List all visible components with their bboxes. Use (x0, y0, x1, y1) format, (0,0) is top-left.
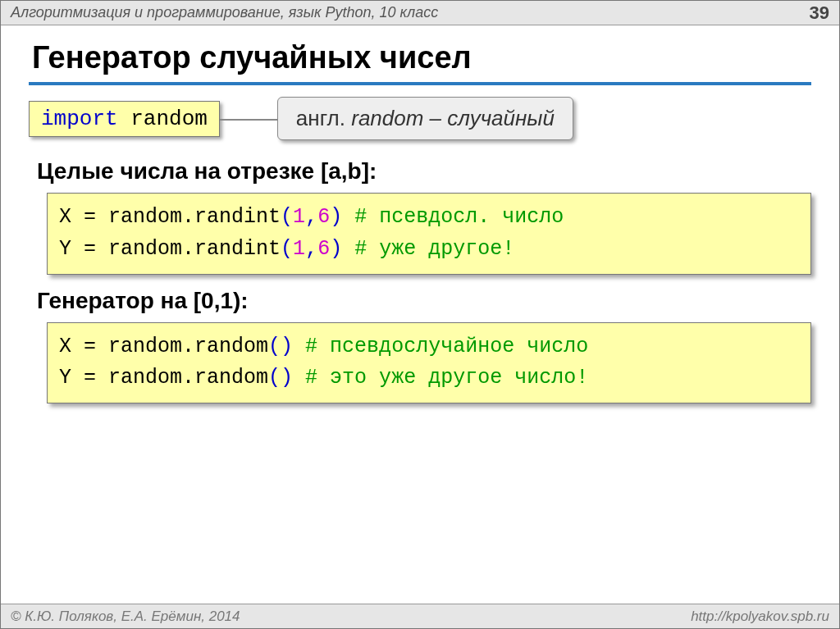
token (342, 237, 354, 261)
import-row: import random англ. random – случайный (29, 97, 811, 140)
token: 1 (293, 205, 305, 229)
footer: © К.Ю. Поляков, Е.А. Ерёмин, 2014 http:/… (1, 604, 839, 628)
token: ( (281, 237, 293, 261)
token: , (305, 205, 317, 229)
footer-left: © К.Ю. Поляков, Е.А. Ерёмин, 2014 (11, 608, 240, 625)
token: Y (59, 366, 71, 390)
token: ) (330, 205, 342, 229)
token: . (182, 237, 194, 261)
token: randint (194, 205, 281, 229)
token: = (71, 366, 108, 390)
callout-random: англ. random – случайный (277, 97, 573, 140)
token: random (108, 335, 182, 358)
token: randint (194, 237, 281, 261)
token: . (182, 366, 194, 390)
connector (220, 101, 277, 137)
token: () (268, 366, 293, 390)
token: = (71, 237, 108, 261)
token: random (108, 366, 182, 390)
token: random (194, 335, 268, 358)
module-name: random (130, 107, 208, 131)
token: 1 (293, 237, 305, 261)
token (293, 335, 305, 358)
token (293, 366, 305, 390)
comment: # уже другое! (354, 237, 514, 261)
comment: # псевдосл. число (354, 205, 564, 229)
code1-line2: Y = random.randint(1,6) # уже другое! (59, 234, 799, 266)
token: ( (281, 205, 293, 229)
token: Y (59, 237, 71, 261)
page-number: 39 (810, 2, 829, 24)
callout-prefix: англ. (296, 106, 351, 130)
callout-suffix: – случайный (423, 106, 555, 130)
token: ) (330, 237, 342, 261)
token: , (305, 237, 317, 261)
token: X (59, 205, 71, 229)
token: = (71, 205, 108, 229)
section-1-head: Целые числа на отрезке [a,b]: (37, 158, 811, 185)
token: random (108, 205, 182, 229)
doc-title: Алгоритмизация и программирование, язык … (11, 4, 438, 21)
comment: # это уже другое число! (305, 366, 588, 390)
code-block-1: X = random.randint(1,6) # псевдосл. числ… (47, 193, 811, 275)
section-2-head: Генератор на [0,1): (37, 288, 811, 314)
token: . (182, 335, 194, 358)
import-code-box: import random (29, 101, 220, 137)
token: 6 (317, 205, 330, 229)
top-bar: Алгоритмизация и программирование, язык … (1, 1, 839, 25)
token: 6 (317, 237, 330, 261)
token (342, 205, 354, 229)
code2-line2: Y = random.random() # это уже другое чис… (59, 362, 799, 394)
token: random (108, 237, 182, 261)
callout-word: random (351, 106, 423, 130)
token: random (194, 366, 268, 390)
token: () (268, 335, 293, 358)
content: Генератор случайных чисел import random … (1, 25, 839, 403)
slide: Алгоритмизация и программирование, язык … (0, 0, 840, 629)
comment: # псевдослучайное число (305, 335, 588, 358)
token: . (182, 205, 194, 229)
token: = (71, 335, 108, 358)
code1-line1: X = random.randint(1,6) # псевдосл. числ… (59, 202, 799, 234)
kw-import: import (41, 107, 118, 131)
token: X (59, 335, 71, 358)
code2-line1: X = random.random() # псевдослучайное чи… (59, 331, 799, 363)
slide-title: Генератор случайных чисел (29, 37, 811, 85)
footer-right: http://kpolyakov.spb.ru (691, 608, 829, 625)
code-block-2: X = random.random() # псевдослучайное чи… (47, 322, 811, 404)
